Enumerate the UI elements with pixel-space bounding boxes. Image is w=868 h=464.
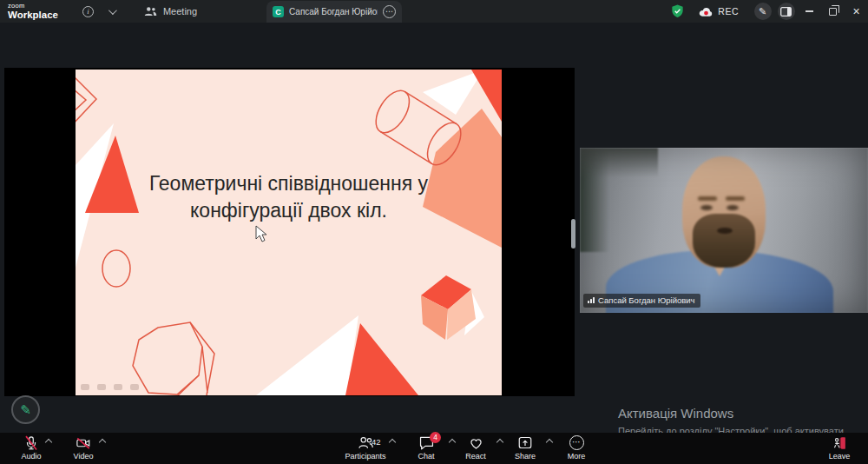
annotation-tools-button[interactable]: ✎ — [751, 0, 774, 23]
leave-door-icon — [832, 435, 848, 451]
presentation-slide: Геометричні співвідношення у конфігураці… — [76, 70, 502, 395]
meeting-toolbar: Audio Video — [0, 433, 868, 464]
chat-label: Chat — [418, 452, 434, 461]
watermark-title: Активація Windows — [618, 406, 844, 421]
slideshow-controls — [81, 384, 139, 390]
recording-indicator[interactable]: REC — [698, 6, 739, 17]
participant-name-tag: Сапсай Богдан Юрійович — [583, 294, 700, 308]
participant-name: Сапсай Богдан Юрійович — [598, 295, 695, 305]
slide-title-line1: Геометричні співвідношення у — [76, 170, 502, 197]
side-panel-icon — [780, 7, 792, 17]
participants-button[interactable]: 42 Participants — [338, 434, 393, 461]
video-label: Video — [74, 452, 94, 461]
panel-divider-handle[interactable] — [571, 219, 575, 249]
tab-meeting[interactable]: Meeting — [135, 0, 206, 23]
audio-signal-icon — [588, 297, 595, 303]
share-label: Share — [515, 452, 536, 461]
shared-screen-badge-icon: C — [273, 6, 284, 17]
participant-webcam-image — [580, 148, 868, 313]
heart-icon — [468, 435, 484, 450]
slide-decorative-shapes — [76, 70, 502, 395]
microphone-muted-icon — [23, 435, 39, 451]
tab-options-icon[interactable]: ⋯ — [383, 5, 396, 18]
chat-unread-badge: 4 — [430, 432, 441, 443]
logo-text-zoom: zoom — [8, 3, 58, 10]
slide-title: Геометричні співвідношення у конфігураці… — [76, 170, 502, 224]
meeting-main-area: Геометричні співвідношення у конфігураці… — [0, 23, 868, 433]
minimize-button[interactable] — [798, 0, 821, 23]
side-panel-button[interactable] — [774, 0, 798, 23]
zoom-meeting-window: zoom Workplace i Meeting C Сапсай Богдан… — [0, 0, 868, 464]
react-label: React — [465, 452, 486, 461]
share-screen-icon — [517, 435, 533, 450]
participant-video-tile[interactable]: Сапсай Богдан Юрійович — [580, 148, 868, 313]
tab-meeting-label: Meeting — [163, 6, 197, 17]
more-label: More — [568, 452, 586, 461]
pencil-icon: ✎ — [759, 6, 766, 17]
security-shield-button[interactable] — [671, 4, 684, 18]
mouse-cursor — [256, 226, 266, 242]
minimize-icon — [806, 10, 813, 12]
camera-muted-icon — [75, 435, 92, 451]
chat-button[interactable]: 4 Chat — [398, 434, 454, 461]
shared-screen-stage: Геометричні співвідношення у конфігураці… — [4, 68, 575, 396]
share-button[interactable]: Share — [497, 434, 553, 461]
title-bar: zoom Workplace i Meeting C Сапсай Богдан… — [0, 0, 868, 23]
participants-label: Participants — [345, 452, 385, 461]
close-button[interactable]: × — [845, 0, 868, 23]
tab-shared-screen-label: Сапсай Богдан Юрійович's scre — [289, 7, 378, 17]
restore-button[interactable] — [821, 0, 845, 23]
more-ellipsis-icon: ⋯ — [569, 435, 584, 450]
audio-button[interactable]: Audio — [3, 434, 59, 461]
restore-icon — [829, 8, 837, 16]
logo-text-workplace: Workplace — [8, 10, 58, 21]
annotate-button[interactable]: ✎ — [11, 395, 40, 424]
annotate-pencil-icon: ✎ — [20, 402, 31, 418]
audio-label: Audio — [21, 452, 41, 461]
more-button[interactable]: ⋯ More — [549, 434, 604, 461]
slide-title-line2: конфігурації двох кіл. — [76, 197, 502, 224]
zoom-workplace-logo: zoom Workplace — [8, 3, 58, 20]
leave-label: Leave — [829, 452, 851, 461]
cloud-recording-icon — [698, 6, 714, 17]
titlebar-right-controls: REC ✎ × — [671, 0, 868, 23]
participants-icon — [144, 6, 157, 17]
close-icon: × — [852, 4, 859, 18]
rec-label: REC — [718, 6, 739, 17]
tab-shared-screen[interactable]: C Сапсай Богдан Юрійович's scre ⋯ — [266, 1, 402, 23]
leave-button[interactable]: Leave — [812, 434, 867, 461]
info-icon[interactable]: i — [82, 6, 94, 17]
react-button[interactable]: React — [448, 434, 503, 461]
shield-icon — [671, 4, 684, 18]
participants-count: 42 — [372, 437, 381, 447]
chevron-down-icon[interactable] — [108, 6, 117, 15]
